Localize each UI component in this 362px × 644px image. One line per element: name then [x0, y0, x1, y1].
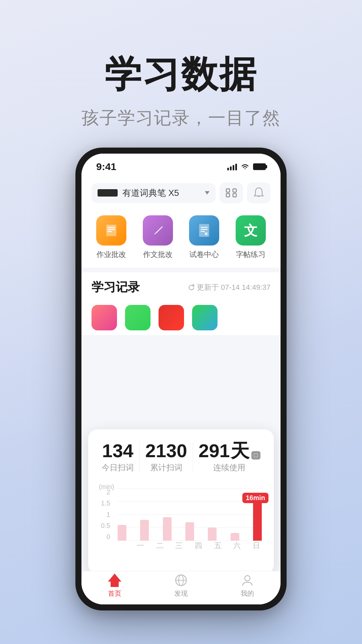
streak-value-row: 291 天 □ [198, 441, 260, 460]
calligraphy-icon: 文 [236, 215, 266, 246]
stats-card: 134 今日扫词 2130 累计扫词 291 天 □ [88, 429, 274, 574]
signal-icon [227, 163, 237, 170]
section-separator-1 [81, 268, 281, 272]
nav-discover[interactable]: 发现 [148, 573, 214, 598]
app-label-essay: 作文批改 [143, 250, 173, 260]
bar-col-wed [163, 488, 172, 541]
today-scan-label: 今日扫词 [102, 462, 134, 473]
streak-label: 连续使用 [213, 462, 245, 473]
x-label-wed: 三 [172, 541, 186, 551]
profile-svg [241, 574, 254, 587]
status-time: 9:41 [96, 161, 116, 172]
stat-total-scan: 2130 累计扫词 [145, 441, 187, 473]
nav-profile[interactable]: 我的 [214, 573, 281, 598]
app-circle-3 [159, 305, 184, 330]
phone-mockup: 9:41 [75, 148, 287, 610]
stats-row: 134 今日扫词 2130 累计扫词 291 天 □ [99, 441, 263, 473]
total-scan-value: 2130 [145, 441, 187, 460]
stat-streak: 291 天 □ 连续使用 [198, 441, 260, 473]
phone-screen: 9:41 [81, 154, 281, 604]
signal-bar-3 [233, 165, 234, 170]
app-label-calligraphy: 字帖练习 [236, 250, 265, 260]
notification-button[interactable] [247, 182, 270, 203]
app-circle-4 [192, 305, 218, 330]
x-axis-labels: 一 二 三 四 五 六 日 [134, 541, 263, 551]
nav-discover-label: 发现 [174, 589, 188, 598]
homework-icon [96, 215, 126, 246]
app-item-exam[interactable]: 试卷中心 [181, 215, 228, 260]
bar-sat [231, 533, 239, 541]
bar-thu [185, 522, 194, 541]
x-label-tue: 二 [153, 541, 167, 551]
app-item-homework[interactable]: 作业批改 [88, 215, 135, 260]
bottom-nav: 首页 发现 [81, 571, 281, 604]
app-item-essay[interactable]: 作文批改 [135, 215, 181, 260]
chart-area: 16min 2 1.5 1 0.5 0 [116, 483, 263, 552]
svg-rect-3 [233, 194, 236, 197]
app-grid: 作业批改 作文批改 [81, 209, 281, 268]
bar-col-mon [118, 488, 126, 541]
profile-icon [240, 573, 255, 588]
signal-bar-4 [235, 164, 237, 170]
bar-col-thu [185, 488, 194, 541]
x-label-thu: 四 [192, 541, 205, 551]
bar-tooltip: 16min [242, 493, 268, 503]
stat-today-scan: 134 今日扫词 [102, 441, 134, 473]
update-time: 更新于 07-14 14:49:37 [188, 282, 270, 292]
bar-col-tue [140, 488, 149, 541]
app-item-calligraphy[interactable]: 文 字帖练习 [228, 215, 274, 260]
y-label-2: 2 [107, 488, 110, 496]
essay-icon [143, 215, 173, 246]
signal-bar-1 [227, 168, 229, 170]
update-time-value: 07-14 14:49:37 [221, 283, 270, 292]
home-icon [107, 573, 122, 588]
app-row [81, 300, 281, 335]
battery-icon [253, 163, 266, 170]
x-label-mon: 一 [134, 541, 147, 551]
bell-icon [254, 187, 264, 199]
discover-icon [174, 573, 188, 588]
nav-profile-label: 我的 [241, 589, 254, 598]
hero-subtitle: 孩子学习记录，一目了然 [0, 106, 362, 130]
wifi-icon [240, 163, 250, 170]
streak-badge: □ [251, 451, 260, 460]
bar-mon [118, 525, 126, 541]
chart-container: (min) [99, 483, 263, 564]
bar-wed [163, 517, 172, 541]
bar-col-sat [231, 488, 239, 541]
bar-fri [208, 528, 217, 541]
bar-col-sun: 16min [253, 488, 262, 541]
nav-home[interactable]: 首页 [81, 573, 148, 598]
app-label-exam: 试卷中心 [189, 250, 219, 260]
bar-sun: 16min [253, 496, 262, 541]
y-label-1-5: 1.5 [101, 499, 110, 507]
exam-icon [189, 215, 219, 246]
device-selector[interactable]: 有道词典笔 X5 [92, 183, 216, 203]
app-circle-2 [125, 305, 150, 330]
learning-record-header: 学习记录 更新于 07-14 14:49:37 [81, 272, 281, 300]
battery-tip [266, 165, 267, 168]
scan-button[interactable] [220, 182, 243, 203]
discover-svg [174, 574, 188, 587]
bar-col-fri [208, 488, 217, 541]
exam-svg [196, 222, 213, 239]
device-icon [98, 189, 118, 197]
svg-rect-0 [226, 189, 230, 192]
app-circle-1 [92, 305, 117, 330]
hero-section: 学习数据 孩子学习记录，一目了然 [0, 0, 362, 130]
svg-rect-4 [199, 224, 209, 237]
app-header: 有道词典笔 X5 [81, 176, 281, 209]
phone-frame: 9:41 [75, 148, 287, 610]
total-scan-label: 累计扫词 [150, 462, 182, 473]
home-shape [108, 574, 121, 587]
x-label-sat: 六 [230, 541, 244, 551]
today-scan-value: 134 [102, 441, 133, 460]
streak-value: 291 [198, 441, 230, 460]
y-label-0: 0 [107, 533, 110, 541]
svg-rect-1 [233, 189, 236, 192]
chevron-down-icon [205, 191, 209, 195]
status-icons [227, 163, 266, 170]
stat-divider-1 [139, 441, 140, 473]
signal-bar-2 [230, 166, 232, 170]
update-label: 更新于 [197, 282, 219, 292]
